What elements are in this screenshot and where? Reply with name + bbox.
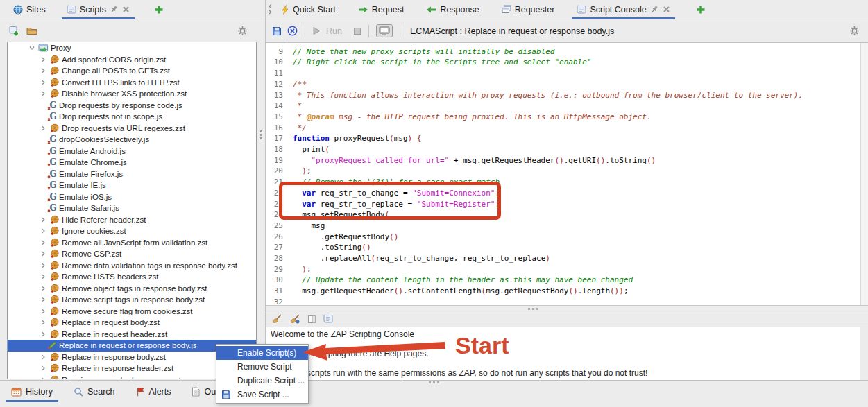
tree-row-proxy[interactable]: Proxy	[8, 42, 256, 54]
right-tab-request[interactable]: Request	[352, 0, 411, 19]
right-tab-requester[interactable]: Requester	[495, 0, 561, 19]
chevron-right-icon[interactable]	[37, 297, 49, 302]
chevron-right-icon[interactable]	[37, 240, 49, 245]
code-scrollbar[interactable]	[860, 43, 868, 305]
tree-row-change-all-posts-to-gets-zst[interactable]: Change all POSTs to GETs.zst	[8, 65, 256, 77]
right-tab-script-console[interactable]: Script Console	[570, 0, 676, 19]
js-icon: G	[46, 157, 58, 167]
tree-row-emulate-firefox-js[interactable]: GEmulate Firefox.js	[8, 168, 256, 180]
tree-row-remove-hsts-headers-zst[interactable]: Remove HSTS headers.zst	[8, 271, 256, 283]
code-line: 11	[266, 68, 860, 79]
code-editor[interactable]: 89// Note that new proxy scripts will in…	[266, 43, 860, 305]
close-icon[interactable]	[663, 6, 670, 13]
output-card-icon[interactable]	[307, 315, 316, 324]
left-tab-sites[interactable]: Sites	[7, 0, 52, 19]
run-icon[interactable]	[312, 26, 321, 35]
pin-icon[interactable]	[650, 5, 659, 14]
tree-row-convert-https-links-to-http-zst[interactable]: Convert HTTPS links to HTTP.zst	[8, 77, 256, 89]
chevron-right-icon[interactable]	[37, 354, 49, 360]
tree-row-dropcookiesselectively-js[interactable]: GdropCookiesSelectively.js	[8, 134, 256, 146]
tree-row-remove-data-validation-tags-in-response-body-zst[interactable]: Remove data validation tags in response …	[8, 260, 256, 272]
menu-item-remove-script[interactable]: Remove Script	[216, 360, 308, 374]
chevron-right-icon[interactable]	[37, 228, 49, 234]
new-script-icon[interactable]	[8, 26, 19, 36]
panel-splitter-handle[interactable]	[260, 130, 262, 132]
bottom-tab-alerts[interactable]: Alerts	[130, 383, 177, 400]
tree-row-label: Emulate IE.js	[59, 181, 106, 189]
add-tab-button[interactable]	[154, 5, 164, 15]
script-console-toolbar: Run ECMAScript : Replace in request or r…	[266, 19, 868, 43]
tree-row-remove-all-javascript-form-validation-zst[interactable]: Remove all JavaScript form validation.zs…	[8, 237, 256, 249]
tree-row-remove-secure-flag-from-cookies-zst[interactable]: Remove secure flag from cookies.zst	[8, 306, 256, 318]
svg-text:G: G	[49, 101, 56, 110]
right-tab-quick-start[interactable]: Quick Start	[275, 0, 342, 19]
tree-row-add-spoofed-cors-origin-zst[interactable]: Add spoofed CORS origin.zst	[8, 54, 256, 66]
menu-item-duplicate-script[interactable]: Duplicate Script ...	[216, 374, 308, 388]
zest-icon	[49, 123, 60, 133]
bottom-splitter-handle[interactable]	[429, 381, 431, 383]
close-icon[interactable]	[122, 6, 130, 13]
output-toolbar	[266, 311, 868, 327]
menu-item-enable-script-s[interactable]: Enable Script(s)	[216, 346, 308, 360]
tree-row-remove-script-tags-in-response-body-zst[interactable]: Remove script tags in response body.zst	[8, 294, 256, 306]
tab-scroll-icon[interactable]	[267, 3, 273, 15]
tree-row-remove-object-tags-in-response-body-zst[interactable]: Remove object tags in response body.zst	[8, 283, 256, 295]
menu-item-label: Remove Script	[237, 362, 292, 372]
zest-icon	[49, 352, 60, 362]
tree-row-drop-requests-by-response-code-js[interactable]: GDrop requests by response code.js	[8, 100, 256, 112]
tree-row-drop-requests-not-in-scope-js[interactable]: GDrop requests not in scope.js	[8, 111, 256, 123]
chevron-right-icon[interactable]	[37, 263, 49, 268]
save-icon[interactable]	[272, 26, 282, 36]
right-tab-response[interactable]: Response	[420, 0, 485, 19]
chevron-right-icon[interactable]	[37, 80, 49, 85]
console-splitter[interactable]	[266, 305, 868, 311]
menu-item-save-script[interactable]: Save Script ...	[216, 388, 308, 401]
pin-icon[interactable]	[110, 5, 119, 14]
tree-row-emulate-ie-js[interactable]: GEmulate IE.js	[8, 180, 256, 191]
chevron-right-icon[interactable]	[37, 125, 49, 131]
tree-row-label: Disable browser XSS protection.zst	[62, 89, 187, 98]
tree-row-emulate-chrome-js[interactable]: GEmulate Chrome.js	[8, 157, 256, 168]
tree-row-emulate-ios-js[interactable]: GEmulate iOS.js	[8, 191, 256, 203]
tree-row-replace-in-request-header-zst[interactable]: Replace in request header.zst	[8, 329, 256, 340]
chevron-right-icon[interactable]	[37, 365, 49, 371]
tree-row-remove-csp-zst[interactable]: Remove CSP.zst	[8, 248, 256, 260]
chevron-right-icon[interactable]	[37, 320, 49, 325]
svg-text:G: G	[49, 180, 56, 190]
tree-row-hide-referer-header-zst[interactable]: Hide Referer header.zst	[8, 214, 256, 226]
tree-row-ignore-cookies-zst[interactable]: Ignore cookies.zst	[8, 225, 256, 237]
script-output-icon[interactable]	[323, 314, 333, 324]
stop-icon[interactable]	[353, 27, 361, 35]
chevron-right-icon[interactable]	[37, 91, 49, 96]
chevron-right-icon[interactable]	[37, 251, 49, 257]
gear-icon[interactable]	[849, 26, 860, 36]
run-button[interactable]: Run	[326, 26, 342, 36]
tree-row-replace-in-request-body-zst[interactable]: Replace in request body.zst	[8, 317, 256, 329]
console-view-button[interactable]	[376, 24, 393, 37]
zest-icon	[49, 55, 60, 64]
chevron-right-icon[interactable]	[37, 377, 49, 379]
left-tab-scripts[interactable]: Scripts	[60, 0, 136, 19]
scripts-tree[interactable]: ProxyAdd spoofed CORS origin.zstChange a…	[7, 42, 257, 379]
clear-console-icon[interactable]	[271, 314, 282, 324]
clear-on-run-icon[interactable]	[289, 314, 300, 324]
tree-row-disable-browser-xss-protection-zst[interactable]: Disable browser XSS protection.zst	[8, 88, 256, 100]
chevron-right-icon[interactable]	[37, 309, 49, 314]
chevron-right-icon[interactable]	[37, 217, 49, 223]
chevron-right-icon[interactable]	[37, 57, 49, 62]
bottom-tab-search[interactable]: Search	[68, 383, 121, 400]
tree-row-emulate-safari-js[interactable]: GEmulate Safari.js	[8, 202, 256, 214]
chevron-right-icon[interactable]	[37, 274, 49, 279]
svg-text:G: G	[49, 112, 56, 121]
open-folder-icon[interactable]	[26, 26, 37, 35]
cancel-icon[interactable]	[287, 26, 298, 36]
gear-icon[interactable]	[237, 26, 248, 36]
add-tab-button[interactable]	[696, 5, 706, 15]
tree-row-emulate-android-js[interactable]: GEmulate Android.js	[8, 146, 256, 157]
chevron-down-icon[interactable]	[26, 45, 37, 51]
chevron-right-icon[interactable]	[37, 286, 49, 291]
chevron-right-icon[interactable]	[37, 68, 49, 73]
bottom-tab-history[interactable]: History	[6, 383, 58, 400]
tree-row-drop-requests-via-url-regexes-zst[interactable]: Drop requests via URL regexes.zst	[8, 123, 256, 135]
chevron-right-icon[interactable]	[37, 331, 49, 337]
